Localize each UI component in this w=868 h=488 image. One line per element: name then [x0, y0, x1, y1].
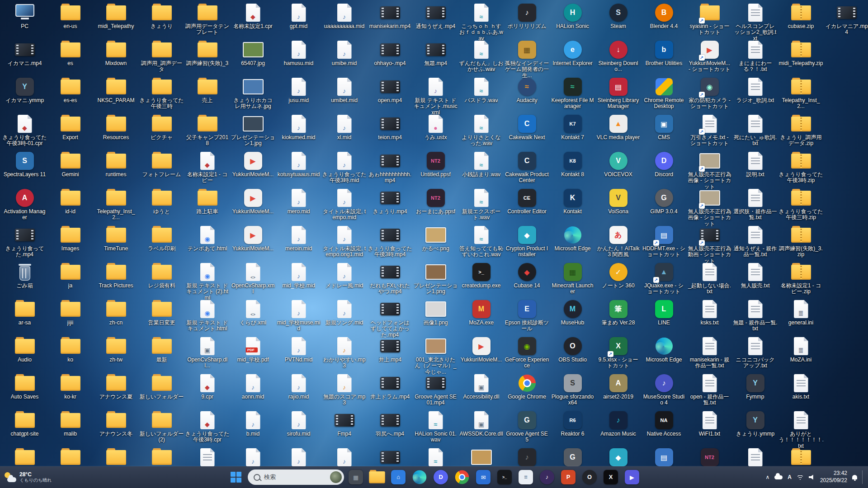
desktop-icon[interactable]	[93, 447, 139, 466]
desktop-icon[interactable]: 筆筆まめ Ver.28	[595, 299, 641, 326]
desktop-icon[interactable]	[778, 447, 824, 466]
desktop-icon[interactable]: es-es	[47, 77, 93, 103]
powerpoint[interactable]: P	[559, 468, 578, 487]
desktop-icon[interactable]: ゆうと	[139, 188, 184, 215]
desktop-icon[interactable]: きょうり食ってた午後三時	[139, 77, 184, 110]
desktop-icon[interactable]: ◉テンポあて.html	[184, 225, 230, 252]
desktop-icon[interactable]: R6Reaktor 6	[550, 410, 595, 437]
desktop-icon[interactable]: ▦Minecraft Launcher	[550, 262, 595, 295]
desktop-icon[interactable]: WiFI1.txt	[687, 410, 732, 437]
desktop-icon[interactable]: ◆名称未設定1 - コピー	[184, 151, 230, 184]
desktop-icon[interactable]: 説明.txt	[732, 151, 778, 178]
desktop-icon[interactable]: ♪umibet.mid	[321, 77, 367, 103]
desktop-icon[interactable]: 営業日変更	[139, 299, 184, 326]
desktop-icon[interactable]: open.mp4	[367, 77, 413, 103]
desktop-icon[interactable]: NT2Untitled.ppsf	[413, 151, 458, 178]
desktop-icon[interactable]: 調声練習(失敗)_3.zip	[778, 225, 824, 258]
desktop-icon[interactable]: ◆Cubase 14	[504, 262, 550, 289]
desktop-icon[interactable]: Microsoft Edge	[550, 225, 595, 252]
desktop-icon[interactable]: bBrother Utilities	[641, 40, 687, 66]
desktop-icon[interactable]	[367, 447, 413, 466]
desktop-icon[interactable]: 画像1.png	[413, 299, 458, 326]
desktop-icon[interactable]: 羽尻へ.mp4	[367, 410, 413, 437]
pinned-app-1[interactable]: ▦	[346, 468, 365, 487]
onedrive-icon[interactable]	[774, 475, 783, 479]
desktop-icon[interactable]: ♪ポリリリリズム	[504, 3, 550, 29]
desktop-icon[interactable]: PDFmid_学校.pdf	[230, 336, 276, 363]
desktop-icon[interactable]: きょうり食ってた午後3時.mp4	[367, 225, 413, 258]
desktop-icon[interactable]: 無題 - 親作品一覧.txt	[732, 299, 778, 332]
desktop-icon[interactable]: ♪	[276, 447, 321, 466]
desktop-icon[interactable]: ◆9.cpr	[184, 373, 230, 400]
desktop-icon[interactable]: 65407.jpg	[230, 40, 276, 66]
desktop-icon[interactable]: >_createdump.exe	[458, 262, 504, 289]
desktop-icon[interactable]: ニコニコバックアップ.txt	[732, 336, 778, 369]
desktop-icon[interactable]: Fmp4	[321, 410, 367, 437]
desktop-icon[interactable]: Chrome Remote Desktop	[641, 77, 687, 110]
desktop-icon[interactable]: DDiscord	[641, 151, 687, 178]
desktop-icon[interactable]: ヘルスコンプレッション2_歌詞.txt	[732, 3, 778, 42]
desktop-icon[interactable]: イカレマニア.mp4	[824, 3, 868, 36]
desktop-icon[interactable]: ●うみ.ustx	[413, 114, 458, 141]
desktop-icon[interactable]: midi_Telepathy	[93, 3, 139, 29]
desktop-icon[interactable]: 選択肢・親作品一覧.txt	[732, 188, 778, 221]
search-box[interactable]: 検索	[248, 469, 344, 485]
desktop-icon[interactable]: ohhayo-.mp4	[367, 40, 413, 66]
desktop-icon[interactable]: ▶YukkuriMovieM...	[230, 151, 276, 178]
ime-indicator[interactable]: A	[788, 474, 792, 480]
desktop-icon[interactable]: es	[47, 40, 93, 66]
desktop-icon[interactable]: ♪b.mid	[230, 410, 276, 437]
desktop-icon[interactable]: ♪kotusytuaaus.mid	[276, 151, 321, 178]
desktop-icon[interactable]: manisekarin.mp4	[367, 3, 413, 29]
desktop-icon[interactable]: Telepathy_Inst_2...	[778, 77, 824, 110]
desktop-icon[interactable]: ▶YukkuriMovieM...	[458, 336, 504, 363]
desktop-icon[interactable]: ♪タイトル未設定, tempo.ong1.mid	[321, 225, 367, 258]
desktop-icon[interactable]: ♪gpt.mid	[276, 3, 321, 29]
purple-app[interactable]: ▶	[623, 468, 642, 487]
desktop-icon[interactable]: ▣AWSSDK.Core.dll	[458, 410, 504, 437]
desktop-icon[interactable]: ≈HALion Sonic 01.wav	[413, 410, 458, 443]
desktop-icon[interactable]: zh-cn	[93, 299, 139, 326]
desktop-icon[interactable]: ありがとう！！！！！！！.txt	[778, 410, 824, 449]
desktop-icon[interactable]: akis.txt	[778, 373, 824, 400]
desktop-icon[interactable]: manisekarin - 親作品一覧.txt	[687, 336, 732, 369]
desktop-icon[interactable]: ↗無人販売不正行為 画像 - ショートカット	[687, 151, 732, 190]
desktop-icon[interactable]: 調声用データテンプレート	[184, 3, 230, 36]
desktop-icon[interactable]: zh-tw	[93, 336, 139, 363]
desktop-icon[interactable]: GGroove Agent SE 5	[504, 410, 550, 443]
desktop-icon[interactable]: ♪わかりやすい.mp3	[321, 336, 367, 369]
desktop-icon[interactable]: ≈	[413, 447, 458, 466]
desktop-icon[interactable]: ≈こっちｏｈ ｈすおｆｄｓｂふあ.wav	[458, 3, 504, 42]
desktop-icon[interactable]: きょうり.mp4	[367, 188, 413, 215]
desktop-icon[interactable]: 001_東北きりたん（ノーマル）_今じゃ...	[413, 336, 458, 375]
clock[interactable]: 23:42 2025/09/22	[820, 470, 847, 484]
terminal[interactable]: >_	[495, 468, 514, 487]
desktop-icon[interactable]: 無題.mp4	[413, 40, 458, 66]
desktop-icon[interactable]: SSpectraLayers 11	[2, 151, 47, 178]
desktop-icon[interactable]: 無人販売.txt	[732, 262, 778, 289]
desktop-icon[interactable]: ▦孤独なインディーゲーム開発者の一生...	[504, 40, 550, 79]
desktop-icon[interactable]: ♪umibe.mid	[321, 40, 367, 66]
desktop-icon[interactable]: ✓ノートン 360	[595, 262, 641, 289]
microsoft-edge[interactable]	[410, 468, 429, 487]
desktop-icon[interactable]: MMuseHub	[550, 299, 595, 326]
desktop-icon[interactable]: きょうり	[139, 3, 184, 29]
desktop-icon[interactable]: ヘッドフォンはずしててよかった.mp4	[367, 299, 413, 338]
desktop-icon[interactable]: <>くらび.xml	[230, 299, 276, 326]
desktop-icon[interactable]	[732, 447, 778, 466]
desktop-icon[interactable]: Google Chrome	[504, 373, 550, 400]
volume-icon[interactable]	[809, 474, 815, 480]
desktop-icon[interactable]: Resources	[93, 114, 139, 141]
desktop-icon[interactable]: あかんたん！AITalk 3 関西風	[595, 225, 641, 258]
desktop-icon[interactable]: ko	[47, 336, 93, 363]
desktop-icon[interactable]: ♪新規ソング.mid	[321, 299, 367, 326]
notepad[interactable]: ≡	[516, 468, 535, 487]
desktop-icon[interactable]: PC	[2, 3, 47, 29]
desktop-icon[interactable]: K8Kontakt 8	[550, 151, 595, 178]
desktop-icon[interactable]: VVoiSona	[595, 188, 641, 215]
desktop-icon[interactable]: ≈Keepforest File Manager	[550, 77, 595, 110]
desktop-icon[interactable]: ▣OpenCvSharp.dll...	[184, 336, 230, 369]
wifi-icon[interactable]	[797, 474, 804, 480]
desktop-icon[interactable]: Track Pictures	[93, 262, 139, 289]
desktop-icon[interactable]: ≈Audacity	[504, 77, 550, 103]
